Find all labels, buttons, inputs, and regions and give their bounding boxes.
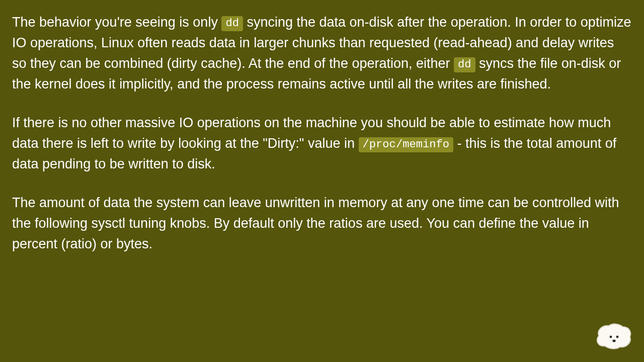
inline-code: /proc/meminfo xyxy=(359,137,454,152)
avatar-icon xyxy=(594,321,633,351)
article-body: The behavior you're seeing is only dd sy… xyxy=(0,0,644,254)
inline-code: dd xyxy=(221,16,243,31)
paragraph-1: The behavior you're seeing is only dd sy… xyxy=(12,12,632,95)
inline-code: dd xyxy=(454,57,475,72)
text: The amount of data the system can leave … xyxy=(12,195,619,251)
svg-point-1 xyxy=(616,336,619,338)
paragraph-2: If there is no other massive IO operatio… xyxy=(12,113,632,174)
paragraph-3: The amount of data the system can leave … xyxy=(12,193,632,254)
avatar xyxy=(594,321,633,351)
text: The behavior you're seeing is only xyxy=(12,15,221,30)
svg-point-0 xyxy=(610,336,612,338)
svg-point-2 xyxy=(612,340,615,342)
